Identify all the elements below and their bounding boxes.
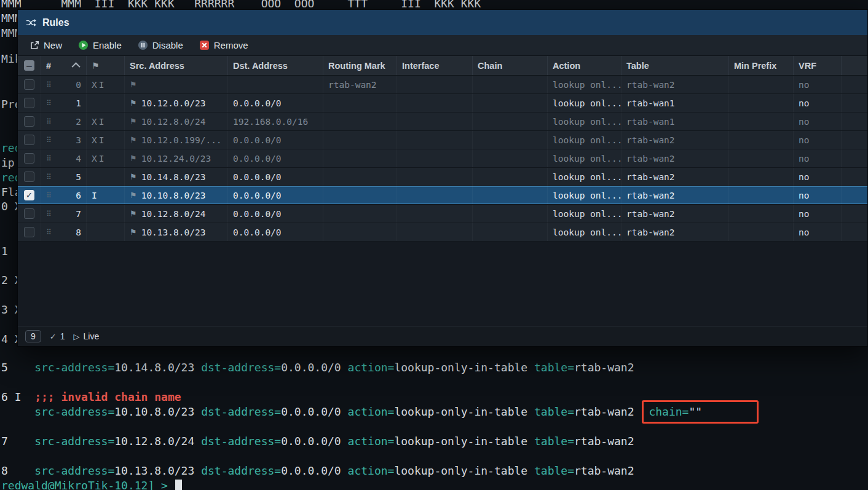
table-row[interactable]: ⠿8⚑10.13.8.0/230.0.0.0/0lookup onl...rta… — [18, 223, 867, 242]
table-row[interactable]: ⠿1⚑10.12.0.0/230.0.0.0/0lookup onl...rta… — [18, 94, 867, 113]
route-table: rtab-wan1 — [621, 94, 729, 112]
min-prefix — [729, 223, 794, 241]
column-header-dst-address[interactable]: Dst. Address — [228, 56, 323, 75]
remove-button[interactable]: Remove — [193, 38, 254, 53]
select-all-checkbox[interactable]: − — [24, 60, 34, 71]
screen: MMM MMM III KKK KKK RRRRRR OOO OOO TTT I… — [0, 0, 868, 490]
action: lookup onl... — [548, 94, 621, 112]
terminal-line: redwald@MikroTik-10.12] > — [1, 478, 182, 490]
chain — [473, 223, 548, 241]
row-checkbox[interactable] — [24, 227, 34, 237]
route-table: rtab-wan2 — [621, 131, 729, 149]
vrf: no — [794, 76, 842, 93]
table-row[interactable]: ⠿2XI⚑10.12.8.0/24192.168.0.0/16lookup on… — [18, 113, 867, 131]
drag-handle-icon[interactable]: ⠿ — [46, 99, 52, 108]
route-table: rtab-wan2 — [621, 205, 729, 223]
row-checkbox[interactable]: ✓ — [24, 190, 34, 200]
drag-handle-icon[interactable]: ⠿ — [46, 117, 52, 126]
column-header-chain[interactable]: Chain — [473, 56, 548, 75]
disable-button[interactable]: Disable — [132, 38, 189, 53]
table-row[interactable]: ⠿7⚑10.12.8.0/240.0.0.0/0lookup onl...rta… — [18, 205, 867, 223]
column-header-routing-mark[interactable]: Routing Mark — [323, 56, 397, 75]
row-checkbox[interactable] — [24, 116, 34, 127]
enable-button[interactable]: Enable — [72, 38, 128, 53]
row-checkbox[interactable] — [24, 135, 34, 145]
column-header-src-address[interactable]: Src. Address — [125, 56, 228, 75]
column-header-interface[interactable]: Interface — [397, 56, 473, 75]
routing-mark — [323, 168, 397, 186]
interface — [397, 205, 473, 223]
drag-handle-icon[interactable]: ⠿ — [46, 210, 52, 218]
row-index: 4 — [76, 154, 81, 164]
chain — [473, 149, 548, 167]
routing-mark — [323, 131, 397, 149]
window-titlebar[interactable]: Rules — [18, 10, 867, 35]
vrf: no — [794, 186, 842, 204]
column-header-table[interactable]: Table — [621, 56, 729, 75]
vrf: no — [794, 223, 842, 241]
table-header-row: − # ⚑ Src. Address Dst. Address Routing … — [18, 56, 867, 76]
dst-address: 0.0.0.0/0 — [228, 205, 323, 223]
new-button[interactable]: New — [23, 38, 68, 53]
chain — [473, 131, 548, 149]
column-header-action[interactable]: Action — [548, 56, 621, 75]
row-flags: XI — [87, 76, 125, 93]
interface — [397, 94, 473, 112]
row-index: 3 — [76, 135, 81, 145]
live-toggle[interactable]: ▷ Live — [74, 331, 100, 341]
routing-mark — [323, 186, 397, 204]
dst-address: 0.0.0.0/0 — [228, 168, 323, 186]
drag-handle-icon[interactable]: ⠿ — [46, 81, 52, 89]
column-header-select[interactable]: − — [18, 56, 41, 75]
row-index: 8 — [76, 227, 81, 237]
row-checkbox[interactable] — [24, 79, 34, 90]
column-header-index[interactable]: # — [41, 56, 87, 75]
min-prefix — [729, 149, 794, 167]
row-checkbox[interactable] — [24, 98, 34, 108]
drag-handle-icon[interactable]: ⠿ — [46, 173, 52, 181]
drag-handle-icon[interactable]: ⠿ — [46, 154, 52, 163]
table-row[interactable]: ⠿4XI⚑10.12.24.0/230.0.0.0/0lookup onl...… — [18, 149, 867, 168]
row-index: 1 — [76, 98, 81, 108]
min-prefix — [729, 94, 794, 112]
row-flags: I — [87, 186, 125, 204]
status-bar: 9 ✓ 1 ▷ Live — [18, 326, 867, 346]
dst-address: 192.168.0.0/16 — [228, 113, 323, 130]
chain — [473, 94, 548, 112]
row-index: 7 — [76, 209, 81, 219]
address-flag-icon: ⚑ — [130, 80, 137, 89]
row-checkbox[interactable] — [24, 153, 34, 164]
column-header-min-prefix[interactable]: Min Prefix — [729, 56, 794, 75]
row-flags — [87, 223, 125, 241]
table-row[interactable]: ⠿5⚑10.14.8.0/230.0.0.0/0lookup onl...rta… — [18, 168, 867, 186]
index-column-label: # — [46, 61, 51, 71]
column-header-vrf[interactable]: VRF — [794, 56, 842, 75]
route-table: rtab-wan1 — [621, 113, 729, 130]
play-outline-icon: ▷ — [74, 332, 80, 341]
interface — [397, 113, 473, 130]
drag-handle-icon[interactable]: ⠿ — [46, 191, 52, 200]
row-flags: XI — [87, 113, 125, 130]
action: lookup onl... — [548, 76, 621, 93]
row-checkbox[interactable] — [24, 172, 34, 182]
chain — [473, 168, 548, 186]
table-row[interactable]: ⠿0XI⚑rtab-wan2lookup onl...rtab-wan2no — [18, 76, 867, 94]
vrf: no — [794, 113, 842, 130]
dst-address — [228, 76, 323, 93]
terminal-line: 7 src-address=10.12.8.0/24 dst-address=0… — [1, 434, 634, 449]
row-index: 2 — [76, 117, 81, 127]
row-flags: XI — [87, 149, 125, 167]
drag-handle-icon[interactable]: ⠿ — [46, 136, 52, 144]
min-prefix — [729, 113, 794, 130]
table-row[interactable]: ✓⠿6I⚑10.10.8.0/230.0.0.0/0lookup onl...r… — [18, 186, 867, 205]
drag-handle-icon[interactable]: ⠿ — [46, 228, 52, 237]
column-header-flags[interactable]: ⚑ — [87, 56, 125, 75]
interface — [397, 223, 473, 241]
row-checkbox[interactable] — [24, 208, 34, 219]
live-label: Live — [84, 331, 100, 341]
new-button-label: New — [44, 40, 62, 50]
action: lookup onl... — [548, 149, 621, 167]
row-flags: XI — [87, 131, 125, 149]
table-row[interactable]: ⠿3XI⚑10.12.0.199/...0.0.0.0/0lookup onl.… — [18, 131, 867, 149]
min-prefix — [729, 131, 794, 149]
